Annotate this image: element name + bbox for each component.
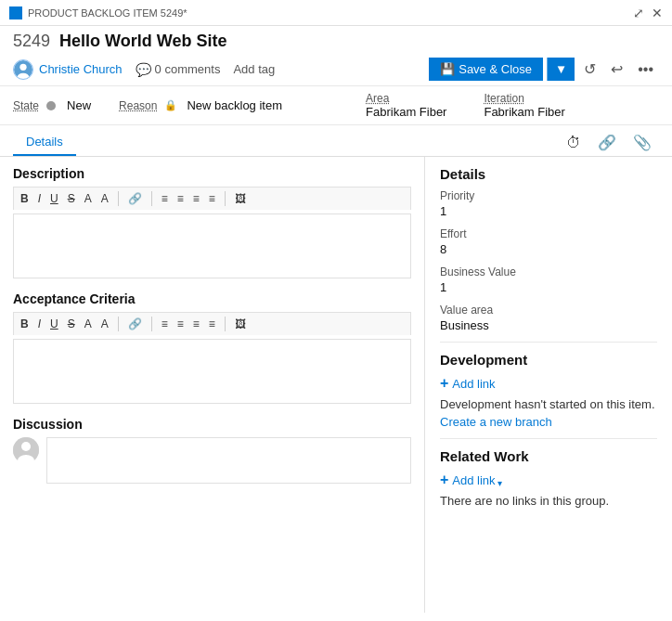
acceptance-criteria-editor[interactable] xyxy=(13,339,411,404)
acceptance-toolbar: B I U S A A 🔗 ≡ ≡ ≡ ≡ 🖼 xyxy=(13,312,411,335)
product-backlog-icon xyxy=(9,6,22,19)
priority-value[interactable]: 1 xyxy=(440,204,657,218)
tab-links[interactable]: 🔗 xyxy=(590,130,624,155)
effort-field: Effort 8 xyxy=(440,227,657,256)
area-iter: Area Fabrikam Fiber Iteration Fabrikam F… xyxy=(366,92,565,119)
value-area-value[interactable]: Business xyxy=(440,318,657,332)
related-work-add-link-button[interactable]: + Add link xyxy=(440,472,496,488)
divider-1 xyxy=(440,342,657,343)
priority-label: Priority xyxy=(440,189,657,202)
ac-tb-image[interactable]: 🖼 xyxy=(232,317,249,331)
add-tag-button[interactable]: Add tag xyxy=(233,62,275,76)
undo-button[interactable]: ↩ xyxy=(605,57,628,82)
svg-point-4 xyxy=(21,442,31,451)
priority-field: Priority 1 xyxy=(440,189,657,218)
item-id-title-row: 5249 Hello World Web Site xyxy=(13,32,659,51)
ac-tb-link[interactable]: 🔗 xyxy=(125,317,145,331)
create-branch-link[interactable]: Create a new branch xyxy=(440,415,552,429)
state-field: State New xyxy=(13,98,91,112)
header: 5249 Hello World Web Site Christie Churc… xyxy=(0,26,672,85)
reason-label: Reason xyxy=(119,99,157,112)
main-content: Description B I U S A A 🔗 ≡ ≡ ≡ ≡ 🖼 xyxy=(0,157,672,613)
ac-tb-outdent[interactable]: ≡ xyxy=(206,317,218,331)
ac-tb-bold[interactable]: B xyxy=(18,317,32,331)
tb-sep1 xyxy=(118,191,119,206)
save-icon: 💾 xyxy=(440,62,455,76)
tb-highlight[interactable]: A xyxy=(98,191,111,206)
tb-italic[interactable]: I xyxy=(35,191,44,206)
development-text: Development hasn't started on this item. xyxy=(440,397,657,411)
avatar xyxy=(13,59,33,80)
tb-ul[interactable]: ≡ xyxy=(159,191,171,206)
area-value[interactable]: Fabrikam Fiber xyxy=(366,105,446,119)
related-add-link-icon: + xyxy=(440,472,448,488)
tb-underline[interactable]: U xyxy=(47,191,61,206)
area-field: Area Fabrikam Fiber xyxy=(366,92,446,119)
right-panel: Details Priority 1 Effort 8 Business Val… xyxy=(425,157,672,613)
tb-font-color[interactable]: A xyxy=(82,191,95,206)
tb-outdent[interactable]: ≡ xyxy=(206,191,218,206)
ac-tb-indent[interactable]: ≡ xyxy=(190,317,202,331)
title-bar-text: PRODUCT BACKLOG ITEM 5249* xyxy=(28,7,187,19)
state-dot xyxy=(46,101,56,110)
state-value[interactable]: New xyxy=(67,98,91,112)
ac-tb-ol[interactable]: ≡ xyxy=(174,317,187,331)
discussion-section: Discussion xyxy=(13,417,411,484)
comments-button[interactable]: 💬 0 comments xyxy=(136,62,221,77)
tb-link[interactable]: 🔗 xyxy=(125,191,145,206)
description-title: Description xyxy=(13,166,411,181)
add-link-icon: + xyxy=(440,375,448,392)
close-icon[interactable]: ✕ xyxy=(652,6,663,20)
tab-icons: ⏱ 🔗 📎 xyxy=(559,130,659,155)
iteration-field: Iteration Fabrikam Fiber xyxy=(484,92,564,119)
add-link-dropdown-arrow[interactable]: ▾ xyxy=(498,478,502,488)
area-label: Area xyxy=(366,92,446,105)
iteration-label: Iteration xyxy=(484,92,564,105)
value-area-label: Value area xyxy=(440,304,657,317)
item-id: 5249 xyxy=(13,32,50,51)
description-editor[interactable] xyxy=(13,213,411,278)
refresh-button[interactable]: ↺ xyxy=(578,57,601,82)
tab-details[interactable]: Details xyxy=(13,129,76,156)
ac-tb-ul[interactable]: ≡ xyxy=(159,317,171,331)
tb-image[interactable]: 🖼 xyxy=(232,191,249,206)
ac-tb-highlight[interactable]: A xyxy=(98,317,111,331)
iteration-value[interactable]: Fabrikam Fiber xyxy=(484,105,564,119)
ac-tb-strikethrough[interactable]: S xyxy=(65,317,78,331)
ac-tb-sep1 xyxy=(118,317,119,331)
user-info[interactable]: Christie Church xyxy=(13,59,123,80)
discussion-input[interactable] xyxy=(46,437,411,484)
discussion-avatar xyxy=(13,437,39,463)
tb-strikethrough[interactable]: S xyxy=(65,191,78,206)
tab-history[interactable]: ⏱ xyxy=(559,130,588,155)
title-bar: PRODUCT BACKLOG ITEM 5249* ⤢ ✕ xyxy=(0,0,672,26)
title-bar-left: PRODUCT BACKLOG ITEM 5249* xyxy=(9,6,187,19)
more-options-button[interactable]: ••• xyxy=(632,58,659,82)
effort-value[interactable]: 8 xyxy=(440,242,657,256)
description-toolbar: B I U S A A 🔗 ≡ ≡ ≡ ≡ 🖼 xyxy=(13,187,411,210)
acceptance-criteria-section: Acceptance Criteria B I U S A A 🔗 ≡ ≡ ≡ … xyxy=(13,291,411,404)
tab-attachments[interactable]: 📎 xyxy=(626,130,659,155)
details-section-title: Details xyxy=(440,166,657,182)
expand-icon[interactable]: ⤢ xyxy=(633,6,644,20)
tb-indent[interactable]: ≡ xyxy=(190,191,202,206)
development-add-link-button[interactable]: + Add link xyxy=(440,375,496,392)
ac-tb-italic[interactable]: I xyxy=(35,317,44,331)
discussion-title: Discussion xyxy=(13,417,411,432)
tb-ol[interactable]: ≡ xyxy=(174,191,187,206)
ac-tb-font[interactable]: A xyxy=(82,317,95,331)
save-close-dropdown[interactable]: ▼ xyxy=(547,58,575,81)
tb-bold[interactable]: B xyxy=(18,191,32,206)
ac-tb-underline[interactable]: U xyxy=(47,317,61,331)
business-value-value[interactable]: 1 xyxy=(440,280,657,294)
business-value-field: Business Value 1 xyxy=(440,265,657,294)
save-close-label: Save & Close xyxy=(459,62,532,76)
header-actions: 💾 Save & Close ▼ ↺ ↩ ••• xyxy=(429,57,659,82)
related-work-section-title: Related Work xyxy=(440,448,657,464)
comments-count: 0 comments xyxy=(155,62,221,76)
state-label: State xyxy=(13,99,39,112)
no-links-text: There are no links in this group. xyxy=(440,494,657,508)
title-bar-actions: ⤢ ✕ xyxy=(633,6,663,20)
reason-field: Reason 🔒 New backlog item xyxy=(119,98,282,112)
save-close-button[interactable]: 💾 Save & Close xyxy=(429,58,543,81)
